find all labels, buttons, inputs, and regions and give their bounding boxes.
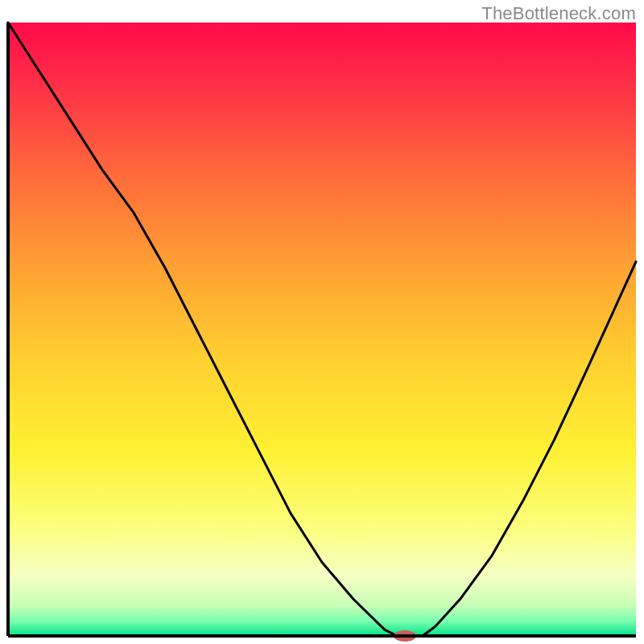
bottleneck-chart xyxy=(0,0,644,644)
chart-container: TheBottleneck.com xyxy=(0,0,644,644)
watermark: TheBottleneck.com xyxy=(481,3,636,24)
gradient-background xyxy=(8,23,636,636)
